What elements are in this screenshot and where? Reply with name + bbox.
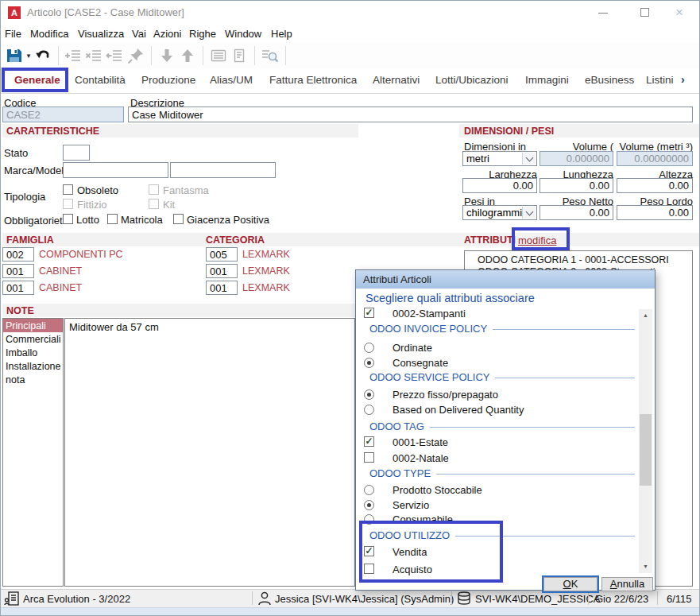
codice-field[interactable]: CASE2 (2, 107, 124, 122)
prezzo-fisso-radio[interactable] (364, 389, 374, 400)
famiglia-code-field[interactable]: 001 (2, 281, 34, 295)
altezza-field[interactable]: 0.00 (617, 178, 693, 193)
attributi-list-item[interactable]: ODOO CATEGORIA 1 - 0001-ACCESSORI (478, 254, 669, 265)
scroll-down-button[interactable]: ▼ (639, 560, 652, 573)
natale-checkbox[interactable] (364, 452, 374, 463)
obsoleto-checkbox[interactable] (63, 184, 73, 195)
based-on-delivered-radio[interactable] (364, 405, 374, 415)
estate-label[interactable]: 0001-Estate (393, 436, 448, 448)
matricola-checkbox[interactable] (107, 214, 118, 224)
based-on-delivered-label[interactable]: Based on Delivered Quantity (393, 404, 524, 416)
categoria-code-field[interactable]: 001 (206, 281, 238, 295)
consegnate-label[interactable]: Consegnate (393, 357, 448, 369)
marca-field[interactable] (63, 162, 168, 178)
pin-button[interactable] (126, 45, 146, 66)
vendita-checkbox[interactable] (364, 546, 374, 556)
tab-generale[interactable]: Generale (14, 74, 60, 86)
categoria-code-field[interactable]: 005 (206, 247, 238, 262)
lunghezza-field[interactable]: 0.00 (540, 178, 613, 193)
tab-immagini[interactable]: Immagini (525, 74, 569, 86)
consumabile-label[interactable]: Consumabile (393, 513, 453, 525)
menu-azioni[interactable]: Azioni (153, 28, 181, 40)
stampanti-label[interactable]: 0002-Stampanti (393, 308, 466, 320)
ok-button[interactable]: OK (543, 577, 598, 591)
tab-fattura-elettronica[interactable]: Fattura Elettronica (269, 74, 357, 86)
prodotto-stoccabile-radio[interactable] (364, 485, 374, 495)
note-tab-principali[interactable]: Principali (3, 319, 63, 332)
menu-visualizza[interactable]: Visualizza (78, 28, 124, 40)
matricola-label[interactable]: Matricola (121, 214, 163, 226)
categoria-code-field[interactable]: 001 (206, 264, 238, 278)
stampanti-checkbox[interactable] (364, 308, 374, 318)
peso-lordo-field[interactable]: 0.00 (617, 205, 693, 220)
scrollbar-thumb[interactable] (640, 414, 652, 486)
note-tab-imballo[interactable]: Imballo (3, 346, 63, 359)
pesi-in-select[interactable]: chilogrammi (462, 205, 537, 220)
minimize-button[interactable] (592, 4, 614, 21)
dialog-title-bar[interactable]: Attributi Articoli (356, 270, 655, 289)
descrizione-field[interactable]: Case Miditower (128, 107, 693, 122)
delete-row-button[interactable] (84, 45, 105, 66)
note-textarea[interactable]: Miditower da 57 cm (64, 318, 355, 587)
dimensioni-in-select[interactable]: metri (462, 151, 537, 166)
search-button[interactable] (260, 45, 280, 66)
servizio-label[interactable]: Servizio (393, 499, 429, 511)
servizio-radio[interactable] (364, 500, 374, 510)
tab-alternativi[interactable]: Alternativi (373, 74, 420, 86)
consegnate-radio[interactable] (364, 358, 374, 368)
acquisto-label[interactable]: Acquisto (393, 564, 432, 575)
move-up-button[interactable] (177, 45, 198, 66)
giacenza-positiva-label[interactable]: Giacenza Positiva (187, 214, 269, 226)
move-down-button[interactable] (157, 45, 177, 66)
lotto-checkbox[interactable] (63, 214, 73, 224)
ordinate-radio[interactable] (364, 343, 374, 353)
menu-file[interactable]: File (5, 28, 21, 40)
ordinate-label[interactable]: Ordinate (393, 342, 432, 354)
tab-alias-um[interactable]: Alias/UM (210, 74, 253, 86)
modello-field[interactable] (170, 162, 276, 178)
famiglia-code-field[interactable]: 001 (2, 264, 34, 278)
tab-contabilita[interactable]: Contabilità (75, 74, 126, 86)
obsoleto-label[interactable]: Obsoleto (77, 184, 118, 196)
save-options-caret-icon[interactable]: ▾ (25, 52, 33, 60)
undo-button[interactable] (33, 45, 53, 66)
scroll-up-button[interactable]: ▲ (639, 309, 652, 322)
prezzo-fisso-label[interactable]: Prezzo fisso/prepagato (393, 389, 498, 401)
tab-lotti-ubicazioni[interactable]: Lotti/Ubicazioni (435, 74, 509, 86)
peso-netto-field[interactable]: 0.00 (540, 205, 613, 220)
consumabile-radio[interactable] (364, 514, 374, 525)
prodotto-stoccabile-label[interactable]: Prodotto Stoccabile (393, 484, 482, 496)
vendita-label[interactable]: Vendita (393, 546, 427, 558)
insert-row-button[interactable] (64, 45, 84, 66)
dropdown-button[interactable] (522, 207, 536, 219)
maximize-button[interactable] (633, 4, 656, 21)
menu-help[interactable]: Help (271, 28, 292, 40)
close-button[interactable]: × (668, 4, 690, 21)
giacenza-positiva-checkbox[interactable] (173, 214, 184, 224)
menu-modifica[interactable]: Modifica (30, 28, 68, 40)
famiglia-code-field[interactable]: 002 (2, 247, 34, 262)
menu-vai[interactable]: Vai (132, 28, 146, 40)
annulla-button[interactable]: Annulla (601, 577, 653, 591)
save-button[interactable] (4, 45, 25, 66)
menu-window[interactable]: Window (225, 28, 261, 40)
natale-label[interactable]: 0002-Natale (393, 452, 449, 464)
note-tab-installazione[interactable]: Installazione (3, 359, 63, 373)
previous-row-button[interactable] (105, 45, 126, 66)
menu-righe[interactable]: Righe (189, 28, 216, 40)
estate-checkbox[interactable] (364, 436, 374, 447)
stato-field[interactable] (63, 145, 90, 161)
acquisto-checkbox[interactable] (364, 564, 374, 574)
larghezza-field[interactable]: 0.00 (462, 178, 537, 193)
dialog-scrollbar[interactable]: ▲ ▼ (639, 309, 652, 573)
tab-ebusiness[interactable]: eBusiness (585, 74, 634, 86)
tab-produzione[interactable]: Produzione (141, 74, 195, 86)
list-view-button[interactable] (208, 45, 229, 66)
dropdown-button[interactable] (522, 153, 536, 165)
note-tab-commerciali[interactable]: Commerciali (3, 332, 63, 346)
document-view-button[interactable] (229, 45, 249, 66)
tab-listini[interactable]: Listini (646, 74, 674, 86)
lotto-label[interactable]: Lotto (76, 214, 99, 226)
tab-overflow-chevron-icon[interactable]: › (681, 73, 685, 86)
modifica-link[interactable]: modifica (518, 234, 556, 246)
